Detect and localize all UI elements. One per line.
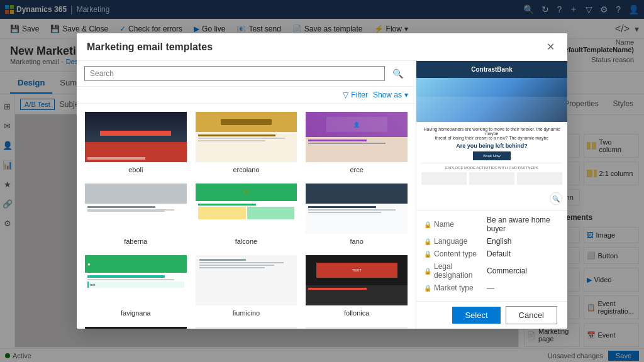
detail-content-type-label: 🔒 Content type (424, 250, 487, 258)
preview-bank-name: ContrastBank (471, 66, 513, 73)
modal-overlay: Marketing email templates ✕ 🔍 ▽ Filter S… (0, 0, 644, 362)
lock-icon-content-type: 🔒 (424, 251, 431, 258)
template-thumb-fano (306, 184, 408, 234)
detail-market-type-value: — (487, 283, 560, 292)
show-as-chevron-icon: ▾ (404, 90, 408, 99)
template-thumb-faberna (85, 184, 187, 234)
template-card-ercolano[interactable]: ercolano (195, 111, 298, 175)
template-card-row4c[interactable] (305, 326, 408, 329)
template-card-fiumicino[interactable]: fiumicino (195, 255, 298, 319)
lock-icon-market-type: 🔒 (424, 285, 431, 292)
modal-left-panel: 🔍 ▽ Filter Show as ▾ (77, 61, 416, 329)
modal-footer: Select Cancel (416, 301, 567, 329)
template-thumb-ercolano (196, 112, 297, 162)
template-card-falcone[interactable]: 🌿 falcone (195, 183, 298, 247)
preview-body-text: Having homeowners are working to move to… (421, 127, 562, 140)
template-thumb-erce: 👤 (306, 112, 408, 162)
template-name-fiumicino: fiumicino (196, 308, 297, 318)
lock-icon-name: 🔒 (424, 221, 431, 228)
modal-title: Marketing email templates (87, 41, 544, 53)
detail-legal-label: 🔒 Legal designation (424, 262, 487, 280)
detail-row-language: 🔒 Language English (424, 237, 560, 246)
template-name-ercolano: ercolano (196, 165, 297, 175)
template-card-erce[interactable]: 👤 erce (305, 111, 408, 175)
cancel-button[interactable]: Cancel (506, 306, 557, 324)
template-thumb-row4b (196, 327, 297, 329)
template-card-follonica[interactable]: TEXT follonica (305, 255, 408, 319)
detail-name-value: Be an aware home buyer (487, 216, 560, 233)
template-thumb-falcone: 🌿 (196, 184, 297, 234)
preview-partners-text: EXPLORE MORE ACTIVITIES WITH OUR PARTNER… (421, 166, 562, 170)
template-card-faberna[interactable]: faberna (84, 183, 187, 247)
template-grid: eboli ercola (77, 104, 416, 329)
detail-market-type-label: 🔒 Market type (424, 283, 487, 292)
filter-icon: ▽ (343, 90, 348, 99)
search-input[interactable] (84, 66, 385, 81)
filter-button[interactable]: ▽ Filter (343, 90, 368, 99)
modal-filter-bar: ▽ Filter Show as ▾ (77, 87, 416, 104)
detail-legal-value: Commercial (487, 266, 560, 275)
detail-language-value: English (487, 237, 560, 246)
show-as-button[interactable]: Show as ▾ (373, 90, 408, 99)
detail-content-type-value: Default (487, 250, 560, 258)
template-modal: Marketing email templates ✕ 🔍 ▽ Filter S… (77, 33, 567, 329)
preview-area: ContrastBank Having homeowners are worki… (416, 61, 567, 211)
detail-language-label: 🔒 Language (424, 237, 487, 246)
modal-body: 🔍 ▽ Filter Show as ▾ (77, 61, 567, 329)
lock-icon-language: 🔒 (424, 238, 431, 245)
template-name-falcone: falcone (196, 236, 297, 246)
detail-row-name: 🔒 Name Be an aware home buyer (424, 216, 560, 233)
detail-row-legal: 🔒 Legal designation Commercial (424, 262, 560, 280)
preview-cta: Book Now (483, 154, 500, 158)
detail-row-market-type: 🔒 Market type — (424, 283, 560, 292)
template-card-row4a[interactable] (84, 326, 187, 329)
template-thumb-row4c (306, 327, 408, 329)
template-thumb-favignana: ● text (85, 255, 187, 305)
lock-icon-legal: 🔒 (424, 268, 431, 275)
preview-partner2 (469, 172, 514, 185)
modal-search-bar: 🔍 (77, 61, 416, 87)
preview-headline: Are you being left behind? (421, 143, 562, 149)
detail-name-label: 🔒 Name (424, 220, 487, 229)
preview-details: 🔒 Name Be an aware home buyer 🔒 Language… (416, 211, 567, 301)
template-name-fano: fano (306, 236, 408, 246)
template-card-fano[interactable]: fano (305, 183, 408, 247)
modal-close-button[interactable]: ✕ (544, 38, 557, 55)
modal-right-panel: ContrastBank Having homeowners are worki… (416, 61, 567, 329)
template-thumb-row4a (85, 327, 187, 329)
template-thumb-fiumicino (196, 255, 297, 305)
template-name-eboli: eboli (85, 165, 187, 175)
template-name-follonica: follonica (306, 308, 408, 318)
template-name-erce: erce (306, 165, 408, 175)
modal-header: Marketing email templates ✕ (77, 33, 567, 61)
template-card-favignana[interactable]: ● text favignana (84, 255, 187, 319)
zoom-icon[interactable]: 🔍 (550, 192, 562, 205)
search-button[interactable]: 🔍 (387, 66, 408, 81)
template-thumb-follonica: TEXT (306, 255, 408, 305)
template-card-row4b[interactable] (195, 326, 298, 329)
preview-partner3 (517, 172, 562, 185)
preview-divider (421, 163, 562, 163)
select-button[interactable]: Select (452, 307, 500, 324)
preview-partner1 (421, 172, 467, 185)
template-card-eboli[interactable]: eboli (84, 111, 187, 175)
detail-row-content-type: 🔒 Content type Default (424, 250, 560, 258)
template-name-favignana: favignana (85, 308, 187, 318)
template-name-faberna: faberna (85, 236, 187, 246)
template-thumb-eboli (85, 112, 187, 162)
